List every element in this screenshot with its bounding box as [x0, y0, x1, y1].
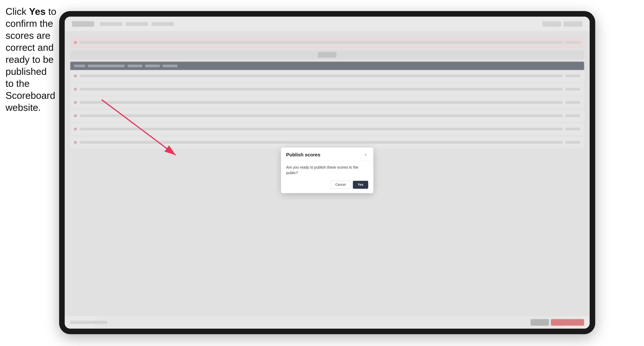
- dialog-actions: Cancel Yes: [286, 181, 368, 189]
- dialog-close-button[interactable]: ×: [363, 152, 368, 158]
- yes-emphasis: Yes: [29, 6, 46, 17]
- yes-button[interactable]: Yes: [353, 181, 368, 189]
- instruction-text: Click Yes to confirm the scores are corr…: [6, 5, 57, 114]
- tablet-screen: Publish scores × Are you ready to publis…: [65, 17, 590, 329]
- publish-scores-dialog[interactable]: Publish scores × Are you ready to publis…: [281, 148, 374, 193]
- cancel-button[interactable]: Cancel: [330, 181, 351, 189]
- dialog-message: Are you ready to publish these scores to…: [286, 165, 368, 175]
- dialog-header: Publish scores ×: [281, 148, 374, 161]
- tablet-device: Publish scores × Are you ready to publis…: [59, 11, 595, 334]
- dialog-body: Are you ready to publish these scores to…: [281, 161, 374, 193]
- dialog-title: Publish scores: [286, 152, 320, 158]
